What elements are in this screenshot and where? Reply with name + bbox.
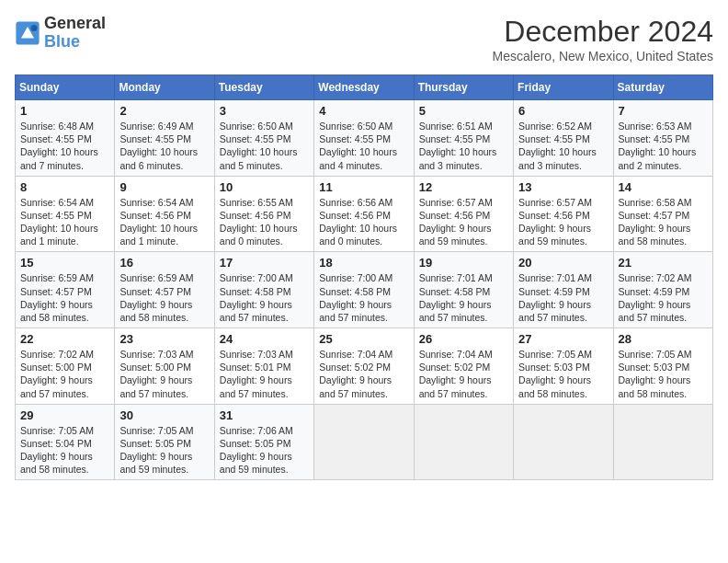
calendar-cell: 24Sunrise: 7:03 AMSunset: 5:01 PMDayligh…: [214, 328, 313, 405]
day-info: Sunrise: 7:05 AMSunset: 5:03 PMDaylight:…: [518, 348, 608, 400]
day-number: 8: [20, 180, 109, 194]
day-number: 29: [20, 408, 109, 422]
title-block: December 2024 Mescalero, New Mexico, Uni…: [493, 15, 713, 63]
calendar-header-thursday: Thursday: [414, 75, 513, 100]
calendar-cell: 5Sunrise: 6:51 AMSunset: 4:55 PMDaylight…: [414, 100, 513, 177]
calendar-header: SundayMondayTuesdayWednesdayThursdayFrid…: [16, 75, 713, 100]
calendar-cell: 30Sunrise: 7:05 AMSunset: 5:05 PMDayligh…: [115, 404, 214, 480]
day-number: 16: [119, 256, 209, 270]
day-number: 30: [119, 408, 209, 422]
day-info: Sunrise: 7:06 AMSunset: 5:05 PMDaylight:…: [220, 424, 309, 477]
calendar-header-wednesday: Wednesday: [314, 75, 414, 100]
day-number: 13: [518, 180, 608, 194]
day-number: 10: [220, 180, 309, 194]
calendar-cell: 25Sunrise: 7:04 AMSunset: 5:02 PMDayligh…: [314, 328, 414, 405]
day-info: Sunrise: 7:01 AMSunset: 4:58 PMDaylight:…: [419, 271, 508, 324]
day-number: 28: [619, 332, 708, 346]
calendar-cell: 3Sunrise: 6:50 AMSunset: 4:55 PMDaylight…: [214, 100, 313, 177]
calendar-cell: 19Sunrise: 7:01 AMSunset: 4:58 PMDayligh…: [414, 252, 513, 328]
calendar-body: 1Sunrise: 6:48 AMSunset: 4:55 PMDaylight…: [16, 100, 713, 480]
day-info: Sunrise: 7:05 AMSunset: 5:04 PMDaylight:…: [20, 424, 109, 477]
day-number: 21: [619, 256, 708, 270]
calendar-cell: 13Sunrise: 6:57 AMSunset: 4:56 PMDayligh…: [514, 176, 613, 252]
calendar-cell: 20Sunrise: 7:01 AMSunset: 4:59 PMDayligh…: [514, 252, 613, 328]
calendar-cell: 23Sunrise: 7:03 AMSunset: 5:00 PMDayligh…: [115, 328, 214, 405]
calendar-cell: 27Sunrise: 7:05 AMSunset: 5:03 PMDayligh…: [514, 328, 613, 405]
day-info: Sunrise: 6:53 AMSunset: 4:55 PMDaylight:…: [619, 120, 708, 172]
day-info: Sunrise: 6:59 AMSunset: 4:57 PMDaylight:…: [20, 271, 109, 324]
calendar-cell: 6Sunrise: 6:52 AMSunset: 4:55 PMDaylight…: [514, 100, 613, 177]
logo: General Blue: [15, 15, 106, 52]
day-number: 18: [319, 256, 408, 270]
day-info: Sunrise: 6:57 AMSunset: 4:56 PMDaylight:…: [518, 196, 608, 248]
day-info: Sunrise: 6:57 AMSunset: 4:56 PMDaylight:…: [419, 196, 508, 248]
calendar-cell: 14Sunrise: 6:58 AMSunset: 4:57 PMDayligh…: [613, 176, 712, 252]
calendar-header-friday: Friday: [514, 75, 613, 100]
logo-icon: [15, 20, 40, 46]
calendar-cell: [514, 404, 613, 480]
page-header: General Blue December 2024 Mescalero, Ne…: [15, 15, 713, 63]
logo-blue: Blue: [44, 33, 106, 52]
day-number: 25: [319, 332, 408, 346]
calendar-week-2: 8Sunrise: 6:54 AMSunset: 4:55 PMDaylight…: [16, 176, 713, 252]
calendar-cell: 4Sunrise: 6:50 AMSunset: 4:55 PMDaylight…: [314, 100, 414, 177]
calendar-week-1: 1Sunrise: 6:48 AMSunset: 4:55 PMDaylight…: [16, 100, 713, 177]
day-info: Sunrise: 7:01 AMSunset: 4:59 PMDaylight:…: [518, 271, 608, 324]
day-info: Sunrise: 6:52 AMSunset: 4:55 PMDaylight:…: [518, 120, 608, 172]
day-number: 20: [518, 256, 608, 270]
calendar-cell: 18Sunrise: 7:00 AMSunset: 4:58 PMDayligh…: [314, 252, 414, 328]
calendar-header-monday: Monday: [115, 75, 214, 100]
calendar-cell: 29Sunrise: 7:05 AMSunset: 5:04 PMDayligh…: [16, 404, 115, 480]
day-number: 24: [220, 332, 309, 346]
location: Mescalero, New Mexico, United States: [493, 49, 713, 63]
day-info: Sunrise: 7:05 AMSunset: 5:05 PMDaylight:…: [119, 424, 209, 477]
day-number: 27: [518, 332, 608, 346]
day-info: Sunrise: 7:04 AMSunset: 5:02 PMDaylight:…: [319, 348, 408, 400]
calendar-cell: [613, 404, 712, 480]
day-info: Sunrise: 6:56 AMSunset: 4:56 PMDaylight:…: [319, 196, 408, 248]
day-info: Sunrise: 7:00 AMSunset: 4:58 PMDaylight:…: [319, 271, 408, 324]
day-info: Sunrise: 6:54 AMSunset: 4:56 PMDaylight:…: [119, 196, 209, 248]
day-info: Sunrise: 7:04 AMSunset: 5:02 PMDaylight:…: [419, 348, 508, 400]
calendar-cell: 16Sunrise: 6:59 AMSunset: 4:57 PMDayligh…: [115, 252, 214, 328]
calendar-cell: 1Sunrise: 6:48 AMSunset: 4:55 PMDaylight…: [16, 100, 115, 177]
logo-general: General: [44, 15, 106, 33]
day-number: 15: [20, 256, 109, 270]
calendar-cell: 15Sunrise: 6:59 AMSunset: 4:57 PMDayligh…: [16, 252, 115, 328]
day-number: 5: [419, 104, 508, 118]
calendar-cell: 11Sunrise: 6:56 AMSunset: 4:56 PMDayligh…: [314, 176, 414, 252]
calendar-cell: 17Sunrise: 7:00 AMSunset: 4:58 PMDayligh…: [214, 252, 313, 328]
calendar-cell: 21Sunrise: 7:02 AMSunset: 4:59 PMDayligh…: [613, 252, 712, 328]
calendar-header-tuesday: Tuesday: [214, 75, 313, 100]
calendar-week-5: 29Sunrise: 7:05 AMSunset: 5:04 PMDayligh…: [16, 404, 713, 480]
day-number: 26: [419, 332, 508, 346]
calendar-cell: 7Sunrise: 6:53 AMSunset: 4:55 PMDaylight…: [613, 100, 712, 177]
day-number: 7: [619, 104, 708, 118]
calendar-week-3: 15Sunrise: 6:59 AMSunset: 4:57 PMDayligh…: [16, 252, 713, 328]
day-number: 12: [419, 180, 508, 194]
day-info: Sunrise: 6:50 AMSunset: 4:55 PMDaylight:…: [319, 120, 408, 172]
day-number: 11: [319, 180, 408, 194]
svg-point-2: [31, 25, 38, 31]
day-number: 1: [20, 104, 109, 118]
day-number: 3: [220, 104, 309, 118]
calendar-cell: 22Sunrise: 7:02 AMSunset: 5:00 PMDayligh…: [16, 328, 115, 405]
day-info: Sunrise: 7:03 AMSunset: 5:00 PMDaylight:…: [119, 348, 209, 400]
day-info: Sunrise: 6:49 AMSunset: 4:55 PMDaylight:…: [119, 120, 209, 172]
day-info: Sunrise: 6:48 AMSunset: 4:55 PMDaylight:…: [20, 120, 109, 172]
calendar-header-saturday: Saturday: [613, 75, 712, 100]
calendar-cell: 28Sunrise: 7:05 AMSunset: 5:03 PMDayligh…: [613, 328, 712, 405]
day-number: 23: [119, 332, 209, 346]
calendar-header-sunday: Sunday: [16, 75, 115, 100]
day-number: 22: [20, 332, 109, 346]
day-info: Sunrise: 7:02 AMSunset: 4:59 PMDaylight:…: [619, 271, 708, 324]
day-number: 31: [220, 408, 309, 422]
calendar-cell: [414, 404, 513, 480]
day-info: Sunrise: 7:02 AMSunset: 5:00 PMDaylight:…: [20, 348, 109, 400]
day-number: 4: [319, 104, 408, 118]
calendar-cell: 31Sunrise: 7:06 AMSunset: 5:05 PMDayligh…: [214, 404, 313, 480]
day-info: Sunrise: 6:51 AMSunset: 4:55 PMDaylight:…: [419, 120, 508, 172]
calendar-cell: 9Sunrise: 6:54 AMSunset: 4:56 PMDaylight…: [115, 176, 214, 252]
calendar-table: SundayMondayTuesdayWednesdayThursdayFrid…: [15, 75, 713, 480]
day-number: 2: [119, 104, 209, 118]
